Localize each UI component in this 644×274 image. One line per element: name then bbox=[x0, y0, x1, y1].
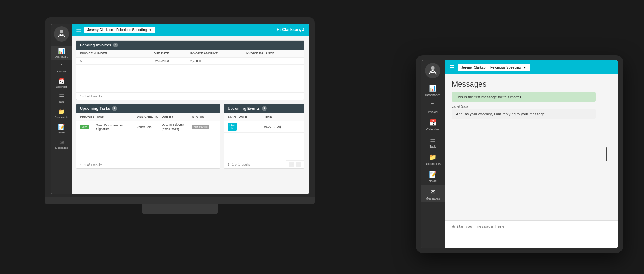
sidebar-logo bbox=[54, 26, 69, 42]
message-input-area[interactable] bbox=[445, 220, 618, 248]
messages-page-title: Messages bbox=[445, 74, 618, 92]
tablet-sidebar-item-task[interactable]: ☰ Task bbox=[421, 133, 445, 150]
laptop-main-content: ☰ Jeremy Clarkson - Felonious Speeding ▼… bbox=[72, 24, 309, 194]
tablet-side-button bbox=[606, 147, 607, 161]
events-pagination: ‹ › bbox=[286, 160, 304, 168]
sidebar-label-notes: Notes bbox=[58, 131, 65, 134]
col-invoice-amount: INVOICE AMOUNT bbox=[190, 52, 246, 55]
tasks-column-headers: PRIORITY TASK ASSIGNED TO DUE BY STATUS bbox=[76, 113, 220, 121]
tasks-result-count: 1 - 1 of 1 results bbox=[76, 161, 220, 168]
sidebar-item-notes[interactable]: 📝 Notes bbox=[51, 122, 72, 135]
tablet-sidebar-item-invoice[interactable]: 🗒 Invoice bbox=[421, 99, 445, 115]
tablet-calendar-icon: 📅 bbox=[429, 119, 436, 126]
tablet-sidebar-label-notes: Notes bbox=[429, 179, 437, 183]
sidebar-item-dashboard[interactable]: 📊 Dashboard bbox=[51, 46, 72, 60]
tablet-border: 📊 Dashboard 🗒 Invoice 📅 Calendar ☰ Task … bbox=[416, 55, 623, 253]
laptop-screen-border: 📊 Dashboard 🗒 Invoice 📅 Calendar ☰ Task … bbox=[45, 17, 315, 197]
task-assigned-to: Janet Sala bbox=[137, 125, 162, 129]
upcoming-events-title: Upcoming Events bbox=[228, 106, 260, 111]
tablet-sidebar-item-notes[interactable]: 📝 Notes bbox=[421, 168, 445, 185]
invoices-column-headers: INVOICE NUMBER DUE DATE INVOICE AMOUNT I… bbox=[76, 50, 304, 58]
tablet-sidebar-label-calendar: Calendar bbox=[426, 127, 439, 131]
task-name: Send Document for Signature bbox=[96, 124, 137, 131]
next-page-button[interactable]: › bbox=[296, 162, 301, 167]
invoices-result-count: 1 - 1 of 1 results bbox=[76, 92, 304, 100]
tablet-device: 📊 Dashboard 🗒 Invoice 📅 Calendar ☰ Task … bbox=[416, 55, 623, 253]
invoice-due-date: 02/25/2023 bbox=[154, 59, 190, 63]
upcoming-events-header: Upcoming Events ℹ bbox=[224, 104, 304, 113]
tablet-sidebar-label-messages: Messages bbox=[425, 197, 440, 200]
tablet-header: ☰ Jeremy Clarkson - Felonious Speeding ▼ bbox=[445, 60, 618, 74]
sidebar-item-invoice[interactable]: 🗒 Invoice bbox=[51, 61, 72, 74]
tablet-sidebar-item-documents[interactable]: 📁 Documents bbox=[421, 151, 445, 167]
tablet-case-dropdown[interactable]: Jeremy Clarkson - Felonious Speeding ▼ bbox=[458, 64, 530, 71]
tablet-sidebar: 📊 Dashboard 🗒 Invoice 📅 Calendar ☰ Task … bbox=[421, 60, 445, 248]
col-invoice-balance: INVOICE BALANCE bbox=[246, 52, 301, 55]
case-dropdown[interactable]: Jeremy Clarkson - Felonious Speeding ▼ bbox=[84, 27, 155, 33]
col-invoice-number: INVOICE NUMBER bbox=[80, 52, 154, 55]
status-badge-not-started: Not started bbox=[192, 125, 209, 129]
case-dropdown-text: Jeremy Clarkson - Felonious Speeding bbox=[87, 28, 147, 32]
sidebar-label-dashboard: Dashboard bbox=[55, 55, 68, 58]
hamburger-menu-icon[interactable]: ☰ bbox=[76, 27, 81, 33]
task-due-by: Due: In 6 day(s) (02/01/2023) bbox=[162, 123, 192, 131]
laptop-screen: 📊 Dashboard 🗒 Invoice 📅 Calendar ☰ Task … bbox=[51, 24, 309, 194]
events-result-count: 1 - 1 of 1 results bbox=[224, 161, 254, 168]
svg-point-0 bbox=[60, 30, 63, 33]
invoice-number: 59 bbox=[80, 59, 154, 63]
sidebar-label-messages: Messages bbox=[55, 146, 68, 149]
laptop-base bbox=[45, 197, 315, 204]
tablet-documents-icon: 📁 bbox=[429, 153, 436, 161]
pending-invoices-info-icon[interactable]: ℹ bbox=[113, 43, 118, 47]
upcoming-tasks-title: Upcoming Tasks bbox=[80, 106, 110, 111]
tablet-sidebar-label-documents: Documents bbox=[425, 162, 441, 166]
svg-point-2 bbox=[431, 66, 434, 70]
tablet-dropdown-arrow-icon: ▼ bbox=[523, 65, 526, 69]
pending-invoices-panel: Pending Invoices ℹ INVOICE NUMBER DUE DA… bbox=[76, 40, 304, 100]
dashboard-icon: 📊 bbox=[58, 48, 65, 54]
tablet-hamburger-icon[interactable]: ☰ bbox=[450, 64, 454, 71]
invoice-balance bbox=[246, 59, 301, 63]
tablet-screen: 📊 Dashboard 🗒 Invoice 📅 Calendar ☰ Task … bbox=[421, 60, 618, 248]
sidebar-item-documents[interactable]: 📁 Documents bbox=[51, 106, 72, 120]
col-task: TASK bbox=[96, 115, 137, 118]
invoice-amount: 2,280.00 bbox=[190, 59, 246, 63]
event-time: (6:00 - 7:00) bbox=[264, 125, 301, 129]
message-input[interactable] bbox=[452, 224, 611, 238]
upcoming-tasks-header: Upcoming Tasks ℹ bbox=[76, 104, 220, 113]
messages-list: This is the first message for this matte… bbox=[445, 92, 618, 220]
messages-icon: ✉ bbox=[59, 139, 64, 145]
events-column-headers: START DATE TIME bbox=[224, 113, 304, 121]
pending-invoices-header: Pending Invoices ℹ bbox=[76, 41, 304, 50]
tasks-info-icon[interactable]: ℹ bbox=[112, 106, 117, 111]
tablet-sidebar-item-dashboard[interactable]: 📊 Dashboard bbox=[421, 82, 445, 98]
tablet-task-icon: ☰ bbox=[430, 136, 435, 144]
tablet-sidebar-item-messages[interactable]: ✉ Messages bbox=[421, 185, 445, 202]
col-due-date: DUE DATE bbox=[154, 52, 190, 55]
prev-page-button[interactable]: ‹ bbox=[289, 162, 294, 167]
task-row: Low Send Document for Signature Janet Sa… bbox=[76, 121, 220, 133]
tablet-notes-icon: 📝 bbox=[429, 171, 436, 178]
tablet-invoice-icon: 🗒 bbox=[430, 102, 436, 109]
sidebar-label-task: Task bbox=[59, 100, 64, 104]
events-info-icon[interactable]: ℹ bbox=[262, 106, 267, 111]
invoice-row: 59 02/25/2023 2,280.00 bbox=[76, 58, 304, 65]
sidebar-item-calendar[interactable]: 📅 Calendar bbox=[51, 76, 72, 90]
upcoming-tasks-panel: Upcoming Tasks ℹ PRIORITY TASK ASSIGNED … bbox=[76, 104, 220, 169]
col-start-date: START DATE bbox=[228, 115, 264, 118]
tablet-main-content: ☰ Jeremy Clarkson - Felonious Speeding ▼… bbox=[445, 60, 618, 248]
sidebar-label-documents: Documents bbox=[55, 116, 68, 119]
event-row: FEB 14 (6:00 - 7:00) bbox=[224, 121, 304, 133]
tablet-sidebar-item-calendar[interactable]: 📅 Calendar bbox=[421, 116, 445, 133]
col-status: STATUS bbox=[192, 115, 217, 118]
tablet-dashboard-icon: 📊 bbox=[429, 85, 436, 92]
sidebar-item-messages[interactable]: ✉ Messages bbox=[51, 137, 72, 151]
task-status-badge: Not started bbox=[192, 125, 217, 129]
priority-badge-low: Low bbox=[80, 125, 89, 129]
sidebar-item-task[interactable]: ☰ Task bbox=[51, 91, 72, 105]
laptop-stand bbox=[142, 204, 218, 214]
calendar-icon: 📅 bbox=[58, 78, 65, 85]
header-greeting: Hi Clarkson, J bbox=[277, 27, 304, 32]
col-assigned-to: ASSIGNED TO bbox=[137, 115, 162, 118]
tablet-sidebar-label-dashboard: Dashboard bbox=[425, 93, 440, 97]
